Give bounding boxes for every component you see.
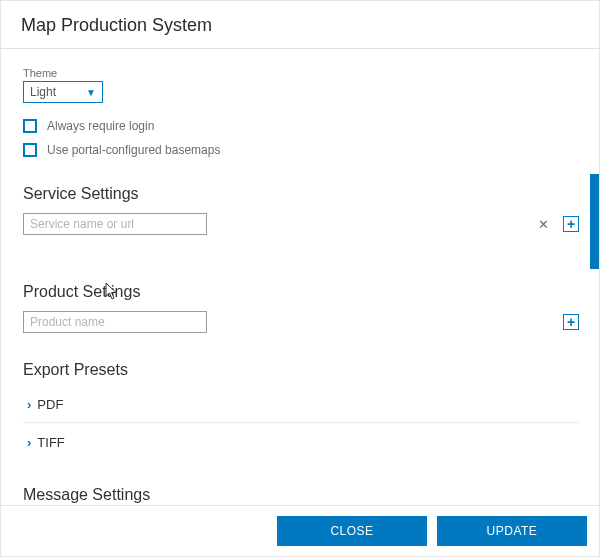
service-input-row: ✕ + (23, 213, 579, 235)
message-settings-heading: Message Settings (23, 486, 579, 504)
close-button[interactable]: CLOSE (277, 516, 427, 546)
plus-icon: + (567, 315, 575, 329)
checkbox-label-require-login: Always require login (47, 119, 154, 133)
divider (23, 422, 579, 423)
scrollbar-thumb[interactable] (590, 174, 599, 269)
theme-select[interactable]: Light ▼ (23, 81, 103, 103)
expand-label-pdf: PDF (37, 397, 63, 412)
expand-row-pdf[interactable]: › PDF (23, 389, 579, 420)
service-input[interactable] (23, 213, 207, 235)
theme-selected-value: Light (30, 85, 56, 99)
expand-row-tiff[interactable]: › TIFF (23, 427, 579, 458)
dialog: Map Production System Theme Light ▼ Alwa… (0, 0, 600, 557)
checkbox-row-require-login: Always require login (23, 119, 579, 133)
checkbox-row-portal-basemaps: Use portal-configured basemaps (23, 143, 579, 157)
product-input-row: + (23, 311, 579, 333)
checkbox-portal-basemaps[interactable] (23, 143, 37, 157)
theme-label: Theme (23, 67, 579, 79)
add-service-button[interactable]: + (563, 216, 579, 232)
clear-icon[interactable]: ✕ (538, 218, 549, 231)
content-scroll[interactable]: Theme Light ▼ Always require login Use p… (1, 49, 599, 505)
checkbox-label-portal-basemaps: Use portal-configured basemaps (47, 143, 220, 157)
product-settings-heading: Product Settings (23, 283, 579, 301)
update-button[interactable]: UPDATE (437, 516, 587, 546)
chevron-right-icon: › (23, 435, 31, 450)
add-product-button[interactable]: + (563, 314, 579, 330)
product-input-wrap (23, 311, 555, 333)
page-title: Map Production System (1, 1, 599, 48)
chevron-right-icon: › (23, 397, 31, 412)
service-settings-heading: Service Settings (23, 185, 579, 203)
checkbox-require-login[interactable] (23, 119, 37, 133)
footer: CLOSE UPDATE (1, 505, 599, 556)
service-input-wrap: ✕ (23, 213, 555, 235)
expand-label-tiff: TIFF (37, 435, 64, 450)
caret-down-icon: ▼ (86, 87, 96, 98)
export-presets-heading: Export Presets (23, 361, 579, 379)
content-wrap: Theme Light ▼ Always require login Use p… (1, 49, 599, 505)
plus-icon: + (567, 217, 575, 231)
product-input[interactable] (23, 311, 207, 333)
